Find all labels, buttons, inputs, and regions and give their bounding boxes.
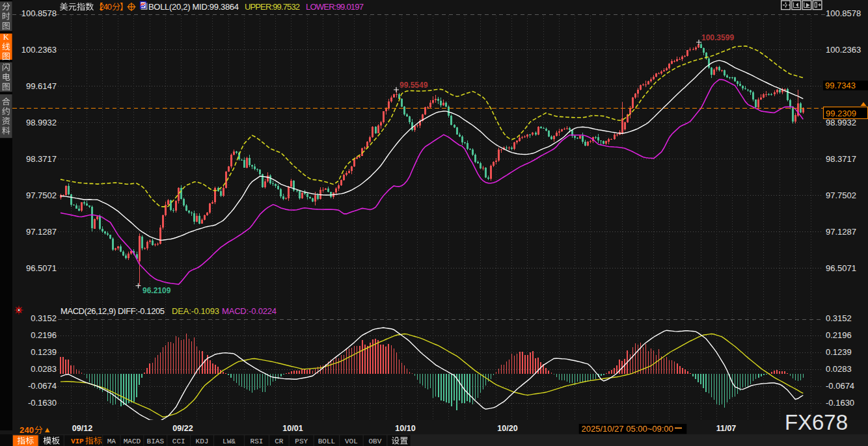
svg-text:0.1239: 0.1239	[826, 347, 852, 357]
svg-text:OBV: OBV	[368, 438, 381, 445]
svg-text:99.5549: 99.5549	[400, 81, 428, 90]
svg-text:100.3599: 100.3599	[701, 33, 734, 42]
svg-text:100.2363: 100.2363	[826, 45, 861, 55]
svg-text:VOL: VOL	[345, 438, 358, 445]
svg-text:-0.1630: -0.1630	[28, 398, 57, 408]
svg-text:97.7502: 97.7502	[826, 190, 856, 200]
svg-text:KDJ: KDJ	[196, 438, 209, 445]
svg-text:99.2309: 99.2309	[826, 109, 856, 118]
svg-text:0.2196: 0.2196	[31, 330, 57, 340]
svg-text:MACD:-0.0224: MACD:-0.0224	[222, 306, 277, 316]
svg-text:97.7502: 97.7502	[26, 190, 57, 200]
svg-text:BIAS: BIAS	[147, 438, 165, 445]
svg-text:VIP: VIP	[71, 438, 84, 445]
svg-text:0.3152: 0.3152	[31, 313, 57, 323]
svg-text:CCI: CCI	[172, 438, 185, 445]
svg-text:-0.0674: -0.0674	[826, 381, 854, 391]
svg-text:MA: MA	[107, 438, 116, 445]
svg-text:-0.1630: -0.1630	[826, 398, 854, 408]
svg-text:09/22: 09/22	[172, 424, 193, 433]
svg-text:98.3717: 98.3717	[26, 154, 57, 164]
svg-text:100.2363: 100.2363	[21, 45, 57, 55]
svg-text:97.1287: 97.1287	[826, 227, 856, 237]
svg-text:0.0283: 0.0283	[826, 364, 852, 374]
svg-text:96.5071: 96.5071	[826, 263, 856, 273]
svg-text:CR: CR	[275, 438, 284, 445]
svg-text:FX678: FX678	[785, 410, 848, 434]
svg-text:100.8578: 100.8578	[826, 8, 861, 18]
svg-text:0.2196: 0.2196	[826, 330, 852, 340]
svg-text:240: 240	[20, 425, 34, 435]
svg-text:RSI: RSI	[251, 438, 264, 445]
svg-text:DEA:-0.1093: DEA:-0.1093	[172, 306, 219, 316]
svg-text:-0.0674: -0.0674	[28, 381, 57, 391]
svg-text:2025/10/27 05:00~09:00: 2025/10/27 05:00~09:00	[582, 424, 673, 434]
svg-text:11/07: 11/07	[716, 424, 737, 433]
svg-text:09/12: 09/12	[72, 424, 92, 433]
svg-text:10/20: 10/20	[497, 424, 517, 433]
svg-text:MACD: MACD	[124, 438, 141, 445]
svg-text:LOWER:99.0197: LOWER:99.0197	[306, 2, 364, 12]
svg-text:10/10: 10/10	[395, 424, 415, 433]
svg-text:96.2109: 96.2109	[142, 286, 171, 295]
svg-text:100.8578: 100.8578	[21, 8, 57, 18]
svg-text:BOLL(20,2) MID:99.3864: BOLL(20,2) MID:99.3864	[148, 2, 239, 12]
svg-text:PSY: PSY	[295, 438, 308, 445]
svg-text:K: K	[3, 33, 9, 42]
svg-text:96.5071: 96.5071	[26, 263, 57, 273]
svg-text:98.3717: 98.3717	[826, 154, 856, 164]
svg-text:LW&: LW&	[223, 438, 236, 445]
svg-text:UPPER:99.7532: UPPER:99.7532	[245, 2, 300, 12]
svg-text:98.9932: 98.9932	[26, 118, 57, 127]
svg-text:BOLL: BOLL	[318, 438, 335, 445]
svg-text:97.1287: 97.1287	[26, 227, 57, 237]
svg-text:MACD(26,12,9) DIFF:-0.1205: MACD(26,12,9) DIFF:-0.1205	[61, 306, 165, 316]
svg-text:99.6147: 99.6147	[26, 81, 57, 91]
svg-text:240: 240	[100, 2, 113, 12]
svg-text:99.7343: 99.7343	[825, 81, 856, 90]
svg-text:0.3152: 0.3152	[826, 313, 852, 323]
svg-text:10/01: 10/01	[282, 424, 303, 433]
svg-text:0.1239: 0.1239	[31, 347, 57, 357]
svg-text:0.0283: 0.0283	[31, 364, 57, 374]
